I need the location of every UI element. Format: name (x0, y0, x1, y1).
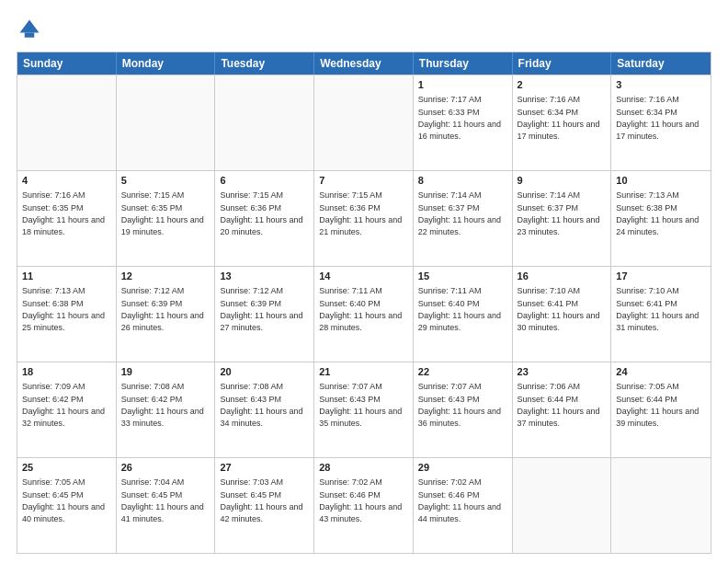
header-day-friday: Friday (513, 52, 612, 75)
calendar-cell-2-0: 11Sunrise: 7:13 AM Sunset: 6:38 PM Dayli… (17, 267, 117, 362)
calendar-cell-0-1 (117, 75, 216, 170)
day-number: 1 (418, 78, 507, 92)
day-number: 25 (22, 461, 111, 475)
calendar-cell-2-1: 12Sunrise: 7:12 AM Sunset: 6:39 PM Dayli… (117, 267, 216, 362)
cell-text: Sunrise: 7:08 AM Sunset: 6:43 PM Dayligh… (220, 382, 305, 428)
cell-text: Sunrise: 7:13 AM Sunset: 6:38 PM Dayligh… (22, 286, 108, 332)
svg-rect-1 (25, 33, 35, 38)
day-number: 16 (518, 270, 607, 283)
cell-text: Sunrise: 7:16 AM Sunset: 6:34 PM Dayligh… (616, 95, 701, 141)
cell-text: Sunrise: 7:08 AM Sunset: 6:42 PM Dayligh… (121, 382, 207, 428)
day-number: 20 (220, 365, 309, 379)
calendar-cell-3-5: 23Sunrise: 7:06 AM Sunset: 6:44 PM Dayli… (513, 362, 612, 457)
calendar-cell-1-5: 9Sunrise: 7:14 AM Sunset: 6:37 PM Daylig… (513, 171, 612, 266)
cell-text: Sunrise: 7:02 AM Sunset: 6:46 PM Dayligh… (319, 477, 404, 523)
calendar-row-4: 25Sunrise: 7:05 AM Sunset: 6:45 PM Dayli… (17, 457, 711, 553)
day-number: 21 (319, 365, 408, 379)
cell-text: Sunrise: 7:14 AM Sunset: 6:37 PM Dayligh… (518, 190, 603, 236)
cell-text: Sunrise: 7:12 AM Sunset: 6:39 PM Dayligh… (220, 286, 305, 332)
calendar-cell-3-0: 18Sunrise: 7:09 AM Sunset: 6:42 PM Dayli… (17, 362, 117, 457)
day-number: 17 (616, 270, 706, 283)
day-number: 23 (518, 365, 607, 379)
cell-text: Sunrise: 7:05 AM Sunset: 6:45 PM Dayligh… (22, 477, 108, 523)
calendar-cell-4-2: 27Sunrise: 7:03 AM Sunset: 6:45 PM Dayli… (215, 458, 314, 553)
day-number: 12 (121, 270, 210, 283)
day-number: 15 (418, 270, 507, 283)
cell-text: Sunrise: 7:07 AM Sunset: 6:43 PM Dayligh… (319, 382, 404, 428)
cell-text: Sunrise: 7:07 AM Sunset: 6:43 PM Dayligh… (418, 382, 504, 428)
svg-marker-0 (20, 20, 40, 33)
calendar-cell-4-3: 28Sunrise: 7:02 AM Sunset: 6:46 PM Dayli… (314, 458, 414, 553)
calendar-cell-2-2: 13Sunrise: 7:12 AM Sunset: 6:39 PM Dayli… (215, 267, 314, 362)
day-number: 4 (22, 174, 111, 188)
day-number: 29 (418, 461, 507, 475)
cell-text: Sunrise: 7:13 AM Sunset: 6:38 PM Dayligh… (616, 190, 701, 236)
day-number: 5 (121, 174, 210, 188)
day-number: 27 (220, 461, 309, 475)
calendar-row-1: 4Sunrise: 7:16 AM Sunset: 6:35 PM Daylig… (17, 170, 711, 266)
cell-text: Sunrise: 7:14 AM Sunset: 6:37 PM Dayligh… (418, 190, 504, 236)
calendar-cell-0-4: 1Sunrise: 7:17 AM Sunset: 6:33 PM Daylig… (414, 75, 513, 170)
day-number: 14 (319, 270, 408, 283)
calendar-cell-1-6: 10Sunrise: 7:13 AM Sunset: 6:38 PM Dayli… (611, 171, 711, 266)
calendar-header: SundayMondayTuesdayWednesdayThursdayFrid… (17, 52, 711, 75)
day-number: 19 (121, 365, 210, 379)
calendar-row-2: 11Sunrise: 7:13 AM Sunset: 6:38 PM Dayli… (17, 266, 711, 362)
calendar-cell-4-6 (611, 458, 711, 553)
cell-text: Sunrise: 7:02 AM Sunset: 6:46 PM Dayligh… (418, 477, 504, 523)
day-number: 7 (319, 174, 408, 188)
day-number: 10 (616, 174, 706, 188)
calendar-cell-1-3: 7Sunrise: 7:15 AM Sunset: 6:36 PM Daylig… (314, 171, 414, 266)
cell-text: Sunrise: 7:12 AM Sunset: 6:39 PM Dayligh… (121, 286, 207, 332)
calendar: SundayMondayTuesdayWednesdayThursdayFrid… (17, 52, 711, 554)
calendar-cell-3-3: 21Sunrise: 7:07 AM Sunset: 6:43 PM Dayli… (314, 362, 414, 457)
cell-text: Sunrise: 7:10 AM Sunset: 6:41 PM Dayligh… (518, 286, 603, 332)
calendar-cell-3-2: 20Sunrise: 7:08 AM Sunset: 6:43 PM Dayli… (215, 362, 314, 457)
calendar-cell-2-6: 17Sunrise: 7:10 AM Sunset: 6:41 PM Dayli… (611, 267, 711, 362)
header-day-wednesday: Wednesday (314, 52, 414, 75)
cell-text: Sunrise: 7:03 AM Sunset: 6:45 PM Dayligh… (220, 477, 305, 523)
day-number: 28 (319, 461, 408, 475)
calendar-cell-3-6: 24Sunrise: 7:05 AM Sunset: 6:44 PM Dayli… (611, 362, 711, 457)
header (17, 17, 711, 42)
calendar-cell-2-3: 14Sunrise: 7:11 AM Sunset: 6:40 PM Dayli… (314, 267, 414, 362)
calendar-cell-4-0: 25Sunrise: 7:05 AM Sunset: 6:45 PM Dayli… (17, 458, 117, 553)
cell-text: Sunrise: 7:15 AM Sunset: 6:36 PM Dayligh… (319, 190, 404, 236)
cell-text: Sunrise: 7:16 AM Sunset: 6:34 PM Dayligh… (518, 95, 603, 141)
calendar-cell-1-1: 5Sunrise: 7:15 AM Sunset: 6:35 PM Daylig… (117, 171, 216, 266)
calendar-cell-4-1: 26Sunrise: 7:04 AM Sunset: 6:45 PM Dayli… (117, 458, 216, 553)
cell-text: Sunrise: 7:16 AM Sunset: 6:35 PM Dayligh… (22, 190, 108, 236)
cell-text: Sunrise: 7:05 AM Sunset: 6:44 PM Dayligh… (616, 382, 701, 428)
cell-text: Sunrise: 7:06 AM Sunset: 6:44 PM Dayligh… (518, 382, 603, 428)
calendar-cell-0-2 (215, 75, 314, 170)
header-day-thursday: Thursday (414, 52, 513, 75)
cell-text: Sunrise: 7:15 AM Sunset: 6:36 PM Dayligh… (220, 190, 305, 236)
calendar-cell-0-0 (17, 75, 117, 170)
calendar-cell-3-1: 19Sunrise: 7:08 AM Sunset: 6:42 PM Dayli… (117, 362, 216, 457)
calendar-cell-2-4: 15Sunrise: 7:11 AM Sunset: 6:40 PM Dayli… (414, 267, 513, 362)
header-day-monday: Monday (117, 52, 216, 75)
calendar-body: 1Sunrise: 7:17 AM Sunset: 6:33 PM Daylig… (17, 75, 711, 553)
calendar-cell-2-5: 16Sunrise: 7:10 AM Sunset: 6:41 PM Dayli… (513, 267, 612, 362)
day-number: 18 (22, 365, 111, 379)
page: SundayMondayTuesdayWednesdayThursdayFrid… (0, 0, 728, 563)
cell-text: Sunrise: 7:15 AM Sunset: 6:35 PM Dayligh… (121, 190, 207, 236)
day-number: 2 (518, 78, 607, 92)
header-day-saturday: Saturday (611, 52, 711, 75)
day-number: 6 (220, 174, 309, 188)
calendar-row-0: 1Sunrise: 7:17 AM Sunset: 6:33 PM Daylig… (17, 75, 711, 170)
day-number: 24 (616, 365, 706, 379)
cell-text: Sunrise: 7:11 AM Sunset: 6:40 PM Dayligh… (418, 286, 504, 332)
calendar-cell-1-4: 8Sunrise: 7:14 AM Sunset: 6:37 PM Daylig… (414, 171, 513, 266)
cell-text: Sunrise: 7:09 AM Sunset: 6:42 PM Dayligh… (22, 382, 108, 428)
day-number: 11 (22, 270, 111, 283)
calendar-cell-3-4: 22Sunrise: 7:07 AM Sunset: 6:43 PM Dayli… (414, 362, 513, 457)
cell-text: Sunrise: 7:04 AM Sunset: 6:45 PM Dayligh… (121, 477, 207, 523)
cell-text: Sunrise: 7:10 AM Sunset: 6:41 PM Dayligh… (616, 286, 701, 332)
calendar-cell-0-5: 2Sunrise: 7:16 AM Sunset: 6:34 PM Daylig… (513, 75, 612, 170)
calendar-cell-1-0: 4Sunrise: 7:16 AM Sunset: 6:35 PM Daylig… (17, 171, 117, 266)
day-number: 8 (418, 174, 507, 188)
calendar-cell-1-2: 6Sunrise: 7:15 AM Sunset: 6:36 PM Daylig… (215, 171, 314, 266)
cell-text: Sunrise: 7:11 AM Sunset: 6:40 PM Dayligh… (319, 286, 404, 332)
day-number: 9 (518, 174, 607, 188)
